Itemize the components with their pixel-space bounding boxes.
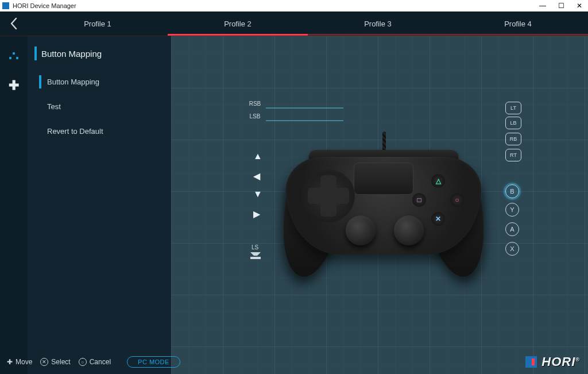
- sidebar-item-label: Test: [47, 102, 61, 111]
- brand: HORI®: [525, 354, 580, 369]
- sidebar-heading-label: Button Mapping: [41, 49, 102, 59]
- triangle-button: △: [431, 174, 445, 188]
- window-controls: — ☐ ✕: [539, 2, 586, 10]
- tab-label: Profile 1: [84, 20, 111, 28]
- label-lsb[interactable]: LSB: [243, 113, 266, 119]
- face-buttons: △ ○ ✕ □: [412, 174, 464, 226]
- label-b[interactable]: B: [505, 184, 519, 198]
- label-lb[interactable]: LB: [505, 117, 521, 129]
- brand-text: HORI®: [541, 354, 580, 369]
- tab-label: Profile 2: [224, 20, 252, 28]
- label-dpad-up[interactable]: ▲: [253, 151, 262, 161]
- back-button[interactable]: [0, 11, 28, 36]
- profile-tabs: Profile 1 Profile 2 Profile 3 Profile 4: [28, 11, 588, 36]
- tab-profile-3[interactable]: Profile 3: [308, 11, 448, 36]
- hint-label: Cancel: [90, 358, 111, 366]
- tab-profile-1[interactable]: Profile 1: [28, 11, 168, 36]
- square-button: □: [412, 193, 426, 207]
- sidebar-item-label: Button Mapping: [47, 78, 99, 86]
- sidebar-heading: Button Mapping: [34, 47, 164, 60]
- svg-point-1: [9, 57, 11, 59]
- minimize-button[interactable]: —: [539, 2, 547, 10]
- label-lt[interactable]: LT: [505, 102, 521, 114]
- title-bar: HORI Device Manager — ☐ ✕: [0, 0, 588, 11]
- sidebar-item-button-mapping[interactable]: Button Mapping: [42, 71, 164, 93]
- label-a[interactable]: A: [505, 222, 519, 236]
- left-stick: [346, 215, 376, 245]
- label-rt[interactable]: RT: [505, 149, 521, 161]
- header: Profile 1 Profile 2 Profile 3 Profile 4: [0, 11, 588, 36]
- tab-label: Profile 4: [504, 20, 532, 28]
- label-dpad-left[interactable]: ◀: [253, 171, 260, 182]
- label-x[interactable]: X: [505, 242, 519, 256]
- sidebar-item-label: Revert to Default: [47, 127, 103, 136]
- hint-label: Select: [51, 358, 70, 366]
- circle-icon: ○: [79, 358, 87, 366]
- cross-icon: ✕: [40, 358, 48, 366]
- label-y[interactable]: Y: [505, 203, 519, 217]
- content-canvas: △ ○ ✕ □: [171, 36, 588, 374]
- label-dpad-down[interactable]: ▼: [253, 189, 262, 199]
- label-rsb[interactable]: RSB: [243, 101, 266, 107]
- svg-point-2: [16, 57, 18, 59]
- add-rail-icon[interactable]: ✚: [9, 78, 19, 93]
- window-title: HORI Device Manager: [13, 2, 539, 9]
- touchpad: [354, 163, 413, 195]
- sidebar-menu: Button Mapping Test Revert to Default: [42, 71, 164, 142]
- tab-profile-2[interactable]: Profile 2: [168, 11, 308, 36]
- cross-button: ✕: [431, 212, 445, 226]
- sidebar-item-test[interactable]: Test: [42, 95, 164, 118]
- sidebar-item-revert[interactable]: Revert to Default: [42, 120, 164, 142]
- maximize-button[interactable]: ☐: [557, 2, 565, 10]
- tab-label: Profile 3: [364, 20, 392, 28]
- mode-chip[interactable]: PC MODE: [127, 356, 180, 368]
- label-rb[interactable]: RB: [505, 133, 521, 145]
- hint-move: ✚ Move: [7, 358, 32, 366]
- hint-label: Move: [16, 358, 32, 366]
- close-button[interactable]: ✕: [575, 2, 583, 10]
- label-ls[interactable]: LS: [243, 244, 266, 250]
- main-layout: ✚ Button Mapping Button Mapping Test Rev…: [0, 36, 588, 374]
- dpad: [308, 175, 349, 217]
- label-dpad-right[interactable]: ▶: [253, 209, 260, 219]
- brand-icon: [525, 356, 537, 368]
- sidebar: Button Mapping Button Mapping Test Rever…: [28, 36, 171, 374]
- hint-select: ✕ Select: [40, 358, 70, 366]
- controller-cable: [382, 132, 386, 152]
- footer-hints: ✚ Move ✕ Select ○ Cancel: [7, 358, 111, 366]
- controller-diagram: △ ○ ✕ □: [286, 134, 481, 283]
- svg-point-0: [13, 52, 15, 55]
- circle-button: ○: [450, 193, 464, 207]
- app-icon: [2, 2, 9, 9]
- hint-cancel: ○ Cancel: [79, 358, 111, 366]
- footer: ✚ Move ✕ Select ○ Cancel PC MODE HORI®: [7, 354, 580, 369]
- nav-rail: ✚: [0, 36, 28, 374]
- dpad-icon: ✚: [7, 358, 13, 366]
- mapping-rail-icon[interactable]: [8, 51, 20, 64]
- tab-profile-4[interactable]: Profile 4: [448, 11, 588, 36]
- stick-base-icon: [249, 251, 262, 260]
